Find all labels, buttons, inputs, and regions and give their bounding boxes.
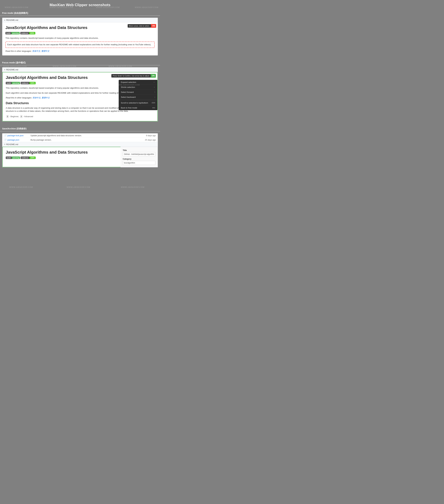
category-field-label: Category bbox=[123, 158, 155, 160]
file-header-2: ≡ README.md bbox=[2, 67, 158, 72]
badge-build-right-2: passing bbox=[12, 82, 20, 84]
badge-codecov-right-2: 100% bbox=[29, 82, 36, 84]
ctx-scroll-key: click bbox=[152, 102, 155, 104]
file-name-0: package-lock.json bbox=[7, 134, 24, 137]
file-name-1: package.json bbox=[7, 139, 19, 141]
section-divider-3 bbox=[0, 131, 160, 131]
badge-codecov-3: codecov 100% bbox=[21, 157, 36, 159]
ctx-forward-key: ↑ bbox=[154, 91, 155, 93]
badge-codecov-left-3: codecov bbox=[21, 157, 29, 159]
file-header-name-3: README.md bbox=[6, 143, 18, 145]
save-wrapper: JavaScript Algorithms and Data Structure… bbox=[2, 147, 158, 167]
ctx-expand[interactable]: Expand selection ← bbox=[119, 80, 157, 85]
focus-mode-title: Focus mode (选中模式) bbox=[2, 61, 26, 64]
context-menu: Expand selection ← Shrink selection → Se… bbox=[119, 80, 157, 110]
badge-build-left-2: build bbox=[6, 82, 12, 84]
mode-tooltip-1: Move cursor, click to select. bbox=[128, 24, 151, 28]
category-field-input[interactable] bbox=[123, 161, 155, 165]
file-time-1: 25 days ago bbox=[140, 139, 156, 141]
ctx-back-key: esc bbox=[152, 107, 155, 109]
file-icon-row-0: 📄 bbox=[4, 134, 7, 137]
ctx-scroll-label: Scroll to selection's top/bottom bbox=[121, 102, 148, 104]
title-field-input[interactable] bbox=[123, 152, 155, 156]
file-header-name-2: README.md bbox=[6, 69, 18, 71]
save-archive-title: Save/Archive (归档保存) bbox=[2, 127, 26, 130]
file-row-0: 📄 package-lock.json Update javascript-al… bbox=[2, 133, 158, 138]
page-title: MaoXian Web Clipper screenshots bbox=[0, 0, 160, 11]
read-langs-link-zh-tw-1[interactable]: 繁體中文 bbox=[41, 50, 49, 52]
file-header-3: ≡ README.md bbox=[2, 142, 158, 147]
ctx-shrink-key: → bbox=[153, 86, 155, 88]
ctx-forward-label: Select forward bbox=[121, 91, 134, 93]
file-header-name-1: README.md bbox=[6, 19, 18, 21]
focus-content-area: Press 'Enter' to Confirm, Use arrow key … bbox=[3, 72, 157, 121]
badge-codecov-left-1: codecov bbox=[20, 32, 29, 35]
file-header-1: ≡ README.md bbox=[2, 18, 158, 22]
file-time-0: 9 days ago bbox=[140, 134, 156, 137]
badge-codecov-right-3: 100% bbox=[29, 157, 36, 159]
read-langs-link-zh-cn-1[interactable]: 简体中文 bbox=[32, 50, 40, 52]
save-archive-card: 📄 package-lock.json Update javascript-al… bbox=[2, 133, 158, 167]
ctx-back-label: Back to free mode bbox=[121, 107, 137, 109]
focus-body: Press 'Enter' to Confirm, Use arrow key … bbox=[2, 72, 158, 121]
badge-build-3: build passing bbox=[6, 157, 20, 159]
ctx-backward-key: ↓ bbox=[154, 96, 155, 98]
free-mode-title: Free mode (自由选择模式) bbox=[2, 12, 28, 14]
ctx-backward[interactable]: Select backward ↓ bbox=[119, 95, 157, 100]
focus-mode-card: ≡ README.md Press 'Enter' to Confirm, Us… bbox=[2, 67, 158, 122]
read-langs-link-zh-cn-2[interactable]: 简体中文 bbox=[33, 97, 41, 99]
badges-3: build passing codecov 100% bbox=[6, 157, 117, 159]
ctx-forward[interactable]: Select forward ↑ bbox=[119, 90, 157, 95]
press-on[interactable]: ON bbox=[151, 74, 156, 78]
press-tooltip: Press 'Enter' to Confirm, Use arrow key … bbox=[111, 74, 151, 77]
ctx-shrink[interactable]: Shrink selection → bbox=[119, 85, 157, 90]
free-mode-section: Free mode (自由选择模式) ≡ README.md Move curs… bbox=[0, 11, 160, 55]
focus-border: Press 'Enter' to Confirm, Use arrow key … bbox=[2, 72, 158, 121]
read-langs-prefix-2: Read this in other languages: bbox=[6, 97, 33, 99]
file-list: 📄 package-lock.json Update javascript-al… bbox=[2, 133, 158, 142]
file-icon-3: ≡ bbox=[4, 143, 5, 145]
badge-build-2: build passing bbox=[6, 82, 20, 84]
file-icon-row-1: 📄 bbox=[4, 139, 7, 141]
repo-title-3: JavaScript Algorithms and Data Structure… bbox=[6, 150, 117, 155]
read-langs-1: Read this in other languages: 简体中文, 繁體中文 bbox=[5, 50, 155, 53]
save-panel: Title Category bbox=[121, 147, 158, 167]
file-commit-1: Bump package version. bbox=[29, 139, 140, 141]
mode-toggle-1[interactable]: Move cursor, click to select. ON bbox=[128, 24, 156, 28]
ctx-backward-label: Select backward bbox=[121, 96, 136, 98]
file-row-1: 📄 package.json Bump package version. 25 … bbox=[2, 138, 158, 142]
file-link-0[interactable]: 📄 package-lock.json bbox=[4, 134, 29, 137]
file-link-1[interactable]: 📄 package.json bbox=[4, 139, 29, 141]
focus-mode-header-bar: Focus mode (选中模式) bbox=[0, 60, 160, 65]
selection-box-1: Each algorithm and data structure has it… bbox=[5, 41, 155, 48]
focus-mode-section: Focus mode (选中模式) ≡ README.md Press 'Ent… bbox=[0, 60, 160, 122]
ctx-back[interactable]: Back to free mode esc bbox=[119, 105, 157, 110]
beginner-note: B - Beginner, A - Advanced bbox=[6, 115, 154, 118]
ctx-expand-key: ← bbox=[153, 81, 155, 83]
press-bar[interactable]: Press 'Enter' to Confirm, Use arrow key … bbox=[111, 74, 156, 78]
badge-build-right-1: passing bbox=[11, 32, 20, 35]
ctx-shrink-label: Shrink selection bbox=[121, 86, 135, 88]
save-content-area: JavaScript Algorithms and Data Structure… bbox=[2, 147, 121, 167]
read-langs-prefix-1: Read this in other languages: bbox=[5, 50, 32, 52]
mode-on-1[interactable]: ON bbox=[151, 24, 156, 28]
badge-build-left-3: build bbox=[6, 157, 12, 159]
section-divider-1 bbox=[0, 16, 160, 16]
ctx-divider bbox=[119, 100, 157, 100]
save-archive-header-bar: Save/Archive (归档保存) bbox=[0, 126, 160, 131]
advanced-code: A bbox=[20, 115, 22, 118]
beginner-code: B bbox=[6, 115, 9, 118]
save-inner-content: JavaScript Algorithms and Data Structure… bbox=[3, 147, 121, 164]
ctx-scroll[interactable]: Scroll to selection's top/bottom click bbox=[119, 100, 157, 105]
badges-1: build passing codecov 100% bbox=[5, 32, 155, 35]
badge-codecov-2: codecov 100% bbox=[21, 82, 36, 84]
badge-codecov-1: codecov 100% bbox=[20, 32, 35, 35]
badge-build-left-1: build bbox=[5, 32, 11, 35]
file-icon-2: ≡ bbox=[4, 69, 5, 71]
read-langs-link-zh-tw-2[interactable]: 繁體中文 bbox=[42, 97, 50, 99]
title-field-label: Title bbox=[123, 149, 155, 151]
save-archive-section: Save/Archive (归档保存) 📄 package-lock.json … bbox=[0, 126, 160, 167]
desc-text-1: This repository contains JavaScript base… bbox=[5, 36, 155, 40]
file-commit-0: Update javascript-algorithms-and-data-st… bbox=[29, 134, 140, 137]
badge-build-1: build passing bbox=[5, 32, 20, 35]
